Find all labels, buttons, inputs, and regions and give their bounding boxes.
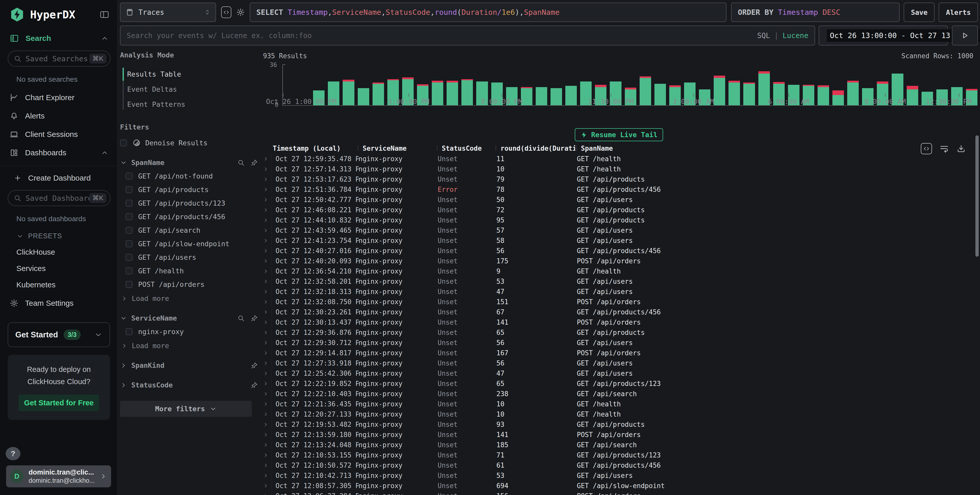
facet-search-icon[interactable] [237, 159, 245, 166]
row-expand-icon[interactable] [263, 248, 269, 254]
facet-option-checkbox[interactable] [126, 328, 132, 335]
facet-option-checkbox[interactable] [126, 173, 132, 180]
table-scrollbar[interactable] [975, 135, 979, 257]
analysis-mode-option[interactable]: Results Table [127, 67, 258, 82]
row-expand-icon[interactable] [263, 350, 269, 356]
facet-option[interactable]: GET /api/not-found [120, 172, 258, 180]
row-expand-icon[interactable] [263, 493, 269, 495]
table-row[interactable]: Oct 27 12:59:35.478 PM nginx-proxy Unset… [258, 154, 980, 164]
view-source-button[interactable] [921, 143, 932, 154]
table-row[interactable]: Oct 27 12:53:17.623 PM nginx-proxy Unset… [258, 174, 980, 185]
row-expand-icon[interactable] [263, 463, 269, 468]
saved-dashboards-field[interactable] [25, 194, 89, 202]
pin-icon[interactable] [251, 315, 258, 322]
row-expand-icon[interactable] [263, 432, 269, 438]
facet-option[interactable]: POST /api/orders [120, 280, 258, 288]
table-row[interactable]: Oct 27 12:10:42.713 PM nginx-proxy Unset… [258, 471, 980, 481]
table-row[interactable]: Oct 27 12:21:36.435 PM nginx-proxy Unset… [258, 399, 980, 409]
wrap-lines-button[interactable] [940, 144, 949, 153]
run-query-button[interactable] [952, 25, 978, 45]
row-expand-icon[interactable] [263, 483, 269, 489]
facet-option[interactable]: GET /api/search [120, 226, 258, 234]
row-expand-icon[interactable] [263, 258, 269, 264]
get-started-free-button[interactable]: Get Started for Free [19, 395, 99, 411]
column-header-statuscode[interactable]: StatusCode [436, 145, 495, 152]
row-expand-icon[interactable] [263, 187, 269, 192]
facet-option-checkbox[interactable] [126, 281, 132, 288]
facet-option-checkbox[interactable] [126, 186, 132, 193]
facet-option[interactable]: nginx-proxy [120, 328, 258, 336]
pin-icon[interactable] [251, 159, 258, 166]
table-row[interactable]: Oct 27 12:57:14.313 PM nginx-proxy Unset… [258, 164, 980, 174]
row-expand-icon[interactable] [263, 330, 269, 335]
table-row[interactable]: Oct 27 12:51:36.784 PM nginx-proxy Error… [258, 185, 980, 195]
facet-search-icon[interactable] [237, 315, 245, 322]
table-row[interactable]: Oct 27 12:32:18.313 PM nginx-proxy Unset… [258, 286, 980, 297]
saved-dashboards-input[interactable]: ⌘K [8, 190, 111, 206]
facet-spankind-header[interactable]: SpanKind [120, 361, 258, 369]
table-row[interactable]: Oct 27 12:32:58.201 PM nginx-proxy Unset… [258, 276, 980, 286]
facet-option[interactable]: GET /api/products/123 [120, 199, 258, 207]
resume-live-tail-button[interactable]: Resume Live Tail [575, 128, 663, 141]
row-expand-icon[interactable] [263, 279, 269, 284]
row-expand-icon[interactable] [263, 371, 269, 376]
table-row[interactable]: Oct 27 12:10:50.572 PM nginx-proxy Unset… [258, 460, 980, 471]
event-search-input[interactable]: SQL | Lucene [120, 25, 815, 45]
facet-option-checkbox[interactable] [126, 254, 132, 261]
chevron-up-icon[interactable] [101, 35, 108, 42]
spanname-load-more[interactable]: Load more [120, 294, 258, 302]
table-row[interactable]: Oct 27 12:50:42.777 PM nginx-proxy Unset… [258, 195, 980, 205]
facet-option-checkbox[interactable] [126, 227, 132, 234]
sql-mode-option[interactable]: SQL [757, 32, 770, 40]
save-button[interactable]: Save [904, 3, 935, 22]
more-filters-button[interactable]: More filters [120, 401, 252, 417]
saved-searches-field[interactable] [25, 54, 89, 63]
facet-option[interactable]: GET /api/slow-endpoint [120, 240, 258, 248]
facet-option[interactable]: GET /health [120, 267, 258, 275]
table-row[interactable]: Oct 27 12:30:23.261 PM nginx-proxy Unset… [258, 307, 980, 317]
row-expand-icon[interactable] [263, 401, 269, 407]
table-row[interactable]: Oct 27 12:22:19.852 PM nginx-proxy Unset… [258, 379, 980, 389]
row-expand-icon[interactable] [263, 320, 269, 325]
sidebar-item-team-settings[interactable]: Team Settings [0, 299, 117, 307]
table-row[interactable]: Oct 27 12:40:27.016 PM nginx-proxy Unset… [258, 246, 980, 256]
help-button[interactable]: ? [6, 447, 21, 460]
table-row[interactable]: Oct 27 12:40:20.093 PM nginx-proxy Unset… [258, 256, 980, 266]
download-button[interactable] [956, 144, 966, 153]
source-select[interactable]: Traces [120, 3, 216, 22]
analysis-mode-option[interactable]: Event Deltas [127, 82, 258, 97]
table-row[interactable]: Oct 27 12:41:23.754 PM nginx-proxy Unset… [258, 236, 980, 246]
column-header-timestamp[interactable]: Timestamp (Local) [273, 145, 357, 152]
chevron-down-icon[interactable] [94, 331, 102, 339]
denoise-checkbox[interactable] [120, 140, 127, 146]
alerts-button[interactable]: Alerts [939, 3, 978, 22]
table-row[interactable]: Oct 27 12:29:36.876 PM nginx-proxy Unset… [258, 328, 980, 337]
table-row[interactable]: Oct 27 12:08:57.305 PM nginx-proxy Unset… [258, 481, 980, 491]
row-expand-icon[interactable] [263, 309, 269, 315]
facet-option-checkbox[interactable] [126, 267, 132, 274]
row-expand-icon[interactable] [263, 473, 269, 478]
table-row[interactable]: Oct 27 12:10:53.155 PM nginx-proxy Unset… [258, 450, 980, 460]
row-expand-icon[interactable] [263, 422, 269, 427]
table-row[interactable]: Oct 27 12:32:08.750 PM nginx-proxy Unset… [258, 297, 980, 307]
row-expand-icon[interactable] [263, 207, 269, 213]
column-header-spanname[interactable]: SpanName [575, 145, 980, 152]
pin-icon[interactable] [251, 382, 258, 389]
analysis-mode-option[interactable]: Event Patterns [127, 97, 258, 112]
table-row[interactable]: Oct 27 12:19:53.482 PM nginx-proxy Unset… [258, 419, 980, 430]
source-settings-button[interactable] [233, 3, 248, 22]
event-search-field[interactable] [127, 32, 752, 40]
facet-option-checkbox[interactable] [126, 213, 132, 220]
facet-option-checkbox[interactable] [126, 240, 132, 247]
table-row[interactable]: Oct 27 12:13:59.180 PM nginx-proxy Unset… [258, 430, 980, 440]
facet-option-checkbox[interactable] [126, 200, 132, 207]
sidebar-item-dashboards[interactable]: Dashboards [0, 148, 117, 157]
presets-header[interactable]: PRESETS [0, 232, 117, 240]
row-expand-icon[interactable] [263, 381, 269, 387]
code-mode-button[interactable] [219, 3, 233, 22]
table-row[interactable]: Oct 27 12:20:27.133 PM nginx-proxy Unset… [258, 409, 980, 419]
chevron-up-icon[interactable] [101, 149, 108, 157]
sidebar-collapse-icon[interactable] [99, 10, 110, 20]
table-row[interactable]: Oct 27 12:25:42.306 PM nginx-proxy Unset… [258, 368, 980, 379]
table-row[interactable]: Oct 27 12:44:10.832 PM nginx-proxy Unset… [258, 215, 980, 225]
